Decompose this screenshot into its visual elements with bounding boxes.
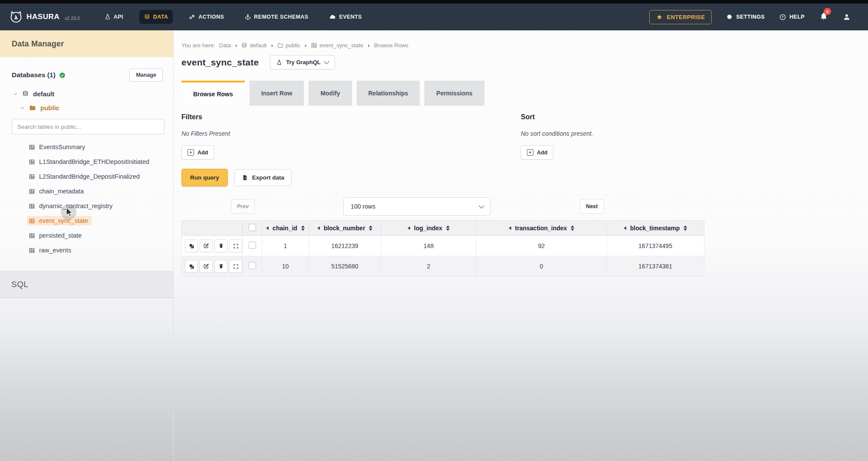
table-tabs: Browse RowsInsert RowModifyRelationships…	[181, 81, 868, 105]
notification-badge: 8	[824, 8, 831, 15]
hasura-logo-icon	[10, 10, 23, 23]
check-circle-icon	[59, 72, 66, 78]
chevron-down-icon[interactable]	[13, 92, 18, 96]
table-item-label: persisted_state	[39, 232, 82, 239]
browse-rows-table: chain_idblock_numberlog_indextransaction…	[181, 220, 704, 277]
prev-page-button[interactable]: Prev	[231, 199, 255, 214]
row-checkbox[interactable]	[249, 242, 256, 249]
main-nav: APIDATAACTIONSREMOTE SCHEMASEVENTS	[100, 10, 367, 24]
row-select-cell	[243, 236, 262, 256]
breadcrumb-item-public[interactable]: public	[277, 42, 300, 49]
user-avatar-button[interactable]	[843, 13, 851, 21]
add-sort-button[interactable]: + Add	[521, 145, 553, 160]
sidebar-table-item-l2standardbridge-depositfinalized[interactable]: L2StandardBridge_DepositFinalized	[0, 169, 173, 184]
chevron-down-icon	[324, 59, 329, 64]
brand-name: HASURA	[26, 13, 59, 21]
export-data-button[interactable]: Export data	[234, 169, 292, 186]
breadcrumb-item-browse-rows[interactable]: Browse Rows	[374, 42, 408, 49]
table-item-label: chain_metadata	[39, 188, 84, 195]
collapse-column-icon[interactable]	[317, 226, 320, 230]
breadcrumb-item-event-sync-state[interactable]: event_sync_state	[311, 42, 363, 49]
chevron-down-icon[interactable]	[20, 105, 25, 110]
settings-label: SETTINGS	[736, 14, 765, 20]
breadcrumb-item-default[interactable]: default	[241, 42, 266, 49]
enterprise-button[interactable]: ENTERPRISE	[649, 10, 712, 24]
sidebar-table-item-event-sync-state[interactable]: event_sync_state	[0, 213, 173, 228]
row-actions-header	[182, 221, 243, 236]
question-circle-icon: ?	[779, 14, 786, 20]
delete-row-button[interactable]	[214, 260, 227, 273]
nav-item-remote-schemas[interactable]: REMOTE SCHEMAS	[240, 10, 313, 24]
table-icon	[29, 144, 35, 150]
tab-insert-row[interactable]: Insert Row	[250, 81, 304, 105]
trash-icon	[218, 263, 224, 269]
sort-icon[interactable]	[571, 226, 574, 231]
manage-button[interactable]: Manage	[129, 69, 163, 82]
column-header-chain-id: chain_id	[262, 221, 309, 236]
collapse-column-icon[interactable]	[408, 226, 410, 230]
sidebar-table-item-raw-events[interactable]: raw_events	[0, 243, 173, 258]
sidebar-table-item-persisted-state[interactable]: persisted_state	[0, 228, 173, 243]
edit-row-button[interactable]	[200, 260, 213, 273]
sort-title: Sort	[521, 113, 868, 121]
collapse-column-icon[interactable]	[266, 226, 269, 230]
sidebar-table-item-chain-metadata[interactable]: chain_metadata	[0, 184, 173, 199]
tab-permissions[interactable]: Permissions	[424, 81, 484, 105]
table-icon	[29, 232, 35, 239]
expand-row-button[interactable]	[229, 260, 242, 273]
clone-icon	[188, 263, 195, 270]
tab-label: Insert Row	[261, 90, 293, 97]
sort-icon[interactable]	[446, 226, 450, 231]
breadcrumb-item-data[interactable]: Data	[219, 42, 231, 49]
nav-item-events[interactable]: EVENTS	[324, 10, 366, 24]
collapse-column-icon[interactable]	[509, 226, 511, 230]
clone-row-button[interactable]	[185, 260, 198, 273]
tree-node-database[interactable]: default	[13, 90, 173, 98]
nav-item-actions[interactable]: ACTIONS	[184, 10, 229, 24]
sort-icon[interactable]	[369, 226, 372, 231]
sort-icon[interactable]	[301, 226, 305, 231]
next-page-button[interactable]: Next	[580, 199, 604, 214]
sidebar-table-item-eventssummary[interactable]: EventsSummary	[0, 140, 173, 154]
run-query-button[interactable]: Run query	[181, 169, 228, 186]
notifications-button[interactable]: 8	[819, 12, 828, 22]
sort-icon[interactable]	[684, 226, 687, 231]
column-header-label: chain_id	[273, 225, 297, 232]
row-checkbox[interactable]	[249, 262, 256, 269]
select-all-checkbox[interactable]	[249, 224, 256, 231]
sidebar-item-sql[interactable]: SQL	[0, 271, 173, 298]
brand[interactable]: HASURA v2.23.0	[10, 10, 80, 23]
table-item-label: dynamic_contract_registry	[39, 203, 112, 209]
help-button[interactable]: ? HELP	[779, 14, 805, 20]
collapse-column-icon[interactable]	[624, 226, 626, 230]
breadcrumb-label: Browse Rows	[374, 42, 408, 49]
clone-row-button[interactable]	[185, 239, 198, 252]
expand-row-button[interactable]	[229, 239, 242, 252]
tab-browse-rows[interactable]: Browse Rows	[181, 81, 245, 105]
filters-title: Filters	[181, 113, 521, 121]
settings-button[interactable]: SETTINGS	[727, 14, 765, 20]
table-item-label: EventsSummary	[39, 144, 85, 150]
tab-relationships[interactable]: Relationships	[357, 81, 420, 105]
nav-item-data[interactable]: DATA	[139, 10, 173, 24]
rows-per-page-select[interactable]: 100 rows	[343, 197, 491, 216]
sidebar-title: Data Manager	[0, 30, 173, 57]
edit-row-button[interactable]	[200, 239, 213, 252]
delete-row-button[interactable]	[214, 239, 227, 252]
plus-box-icon: +	[527, 149, 533, 156]
try-graphql-button[interactable]: Try GraphQL	[270, 55, 335, 69]
add-filter-button[interactable]: + Add	[181, 145, 214, 160]
cell-log-index: 2	[381, 256, 477, 277]
tree-node-schema[interactable]: public	[20, 104, 173, 111]
sidebar-table-item-dynamic-contract-registry[interactable]: dynamic_contract_registry	[0, 199, 173, 213]
folder-icon	[277, 43, 283, 49]
tab-modify[interactable]: Modify	[309, 81, 352, 105]
row-actions-cell	[182, 236, 243, 256]
nav-item-api[interactable]: API	[100, 10, 128, 24]
table-icon	[29, 173, 35, 180]
sidebar-table-item-l1standardbridge-ethdepositinitiated[interactable]: L1StandardBridge_ETHDepositInitiated	[0, 154, 173, 169]
pagination-row: Prev 100 rows Next	[181, 197, 704, 216]
tab-label: Relationships	[368, 90, 408, 97]
enterprise-label: ENTERPRISE	[667, 14, 705, 20]
search-tables-input[interactable]	[12, 119, 164, 134]
